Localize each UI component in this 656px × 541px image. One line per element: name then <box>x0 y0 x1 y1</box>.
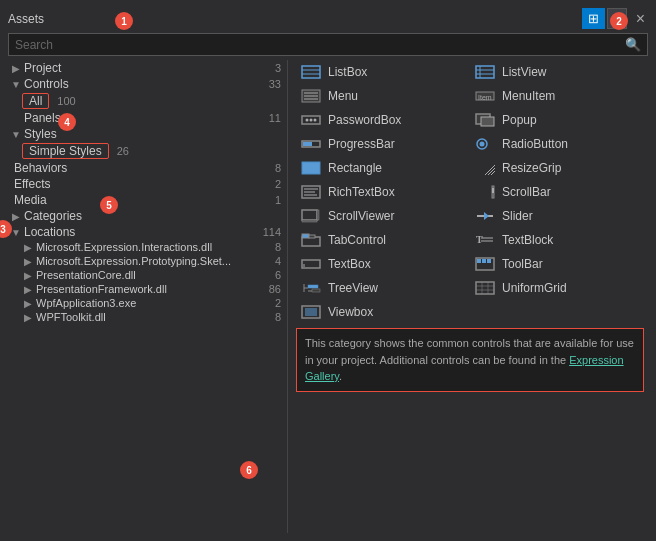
assets-header: Assets ⊞ ≡ × <box>8 8 648 29</box>
effects-item[interactable]: Effects 2 <box>8 176 283 192</box>
listbox-icon <box>300 64 322 80</box>
location-name: PresentationCore.dll <box>34 269 271 281</box>
asset-item[interactable]: ScrollBar <box>470 180 644 204</box>
all-item[interactable]: All 100 <box>8 92 283 110</box>
asset-item[interactable]: Item MenuItem <box>470 84 644 108</box>
locations-item[interactable]: ▼ Locations 114 <box>8 224 283 240</box>
location-item[interactable]: ▶ WpfApplication3.exe 2 <box>8 296 283 310</box>
controls-arrow: ▼ <box>10 79 22 90</box>
asset-item[interactable]: UniformGrid <box>470 276 644 300</box>
location-item[interactable]: ▶ PresentationFramework.dll 86 <box>8 282 283 296</box>
location-arrow: ▶ <box>22 312 34 323</box>
search-input[interactable] <box>15 38 625 52</box>
asset-item[interactable]: TreeView <box>296 276 470 300</box>
svg-rect-49 <box>487 259 491 263</box>
close-button[interactable]: × <box>633 10 648 28</box>
behaviors-item[interactable]: Behaviors 8 <box>8 160 283 176</box>
viewbox-icon <box>300 304 322 320</box>
categories-item[interactable]: ▶ Categories <box>8 208 283 224</box>
richtextbox-icon <box>300 184 322 200</box>
svg-rect-0 <box>302 66 320 78</box>
svg-rect-39 <box>302 234 309 238</box>
svg-rect-33 <box>302 210 317 220</box>
media-label: Media <box>10 193 271 207</box>
asset-name: TabControl <box>328 233 386 247</box>
passwordbox-icon <box>300 112 322 128</box>
simple-styles-label: Simple Styles <box>29 144 102 158</box>
callout-5: 5 <box>100 196 118 214</box>
controls-item[interactable]: ▼ Controls 33 <box>8 76 283 92</box>
simple-styles-item[interactable]: Simple Styles 26 <box>8 142 283 160</box>
location-item[interactable]: ▶ WPFToolkit.dll 8 <box>8 310 283 324</box>
svg-rect-40 <box>309 235 315 238</box>
controls-count: 33 <box>269 78 281 90</box>
location-item[interactable]: ▶ Microsoft.Expression.Prototyping.Sket.… <box>8 254 283 268</box>
location-count: 4 <box>275 255 281 267</box>
svg-rect-35 <box>302 220 317 222</box>
project-label: Project <box>22 61 271 75</box>
panels-count: 11 <box>269 112 281 124</box>
asset-item[interactable]: TextBox <box>296 252 470 276</box>
listview-icon <box>474 64 496 80</box>
asset-item[interactable]: ScrollViewer <box>296 204 470 228</box>
location-item[interactable]: ▶ PresentationCore.dll 6 <box>8 268 283 282</box>
asset-item[interactable]: RichTextBox <box>296 180 470 204</box>
svg-text:Item: Item <box>478 94 492 101</box>
toolbar-icon <box>474 256 496 272</box>
assets-title: Assets <box>8 12 44 26</box>
asset-name: Popup <box>502 113 537 127</box>
effects-count: 2 <box>275 178 281 190</box>
styles-item[interactable]: ▼ Styles <box>8 126 283 142</box>
popup-icon <box>474 112 496 128</box>
simple-styles-highlight[interactable]: Simple Styles <box>22 143 109 159</box>
location-name: Microsoft.Expression.Prototyping.Sket... <box>34 255 271 267</box>
grid-view-button[interactable]: ⊞ <box>582 8 605 29</box>
asset-item[interactable]: RadioButton <box>470 132 644 156</box>
asset-item[interactable]: Popup <box>470 108 644 132</box>
media-count: 1 <box>275 194 281 206</box>
location-name: WPFToolkit.dll <box>34 311 271 323</box>
location-count: 8 <box>275 241 281 253</box>
location-item[interactable]: ▶ Microsoft.Expression.Interactions.dll … <box>8 240 283 254</box>
asset-item[interactable]: ToolBar <box>470 252 644 276</box>
asset-item[interactable]: PasswordBox <box>296 108 470 132</box>
radiobutton-icon <box>474 136 496 152</box>
asset-item[interactable]: T TextBlock <box>470 228 644 252</box>
all-label: All <box>29 94 42 108</box>
svg-rect-61 <box>305 308 317 316</box>
asset-item[interactable]: Slider <box>470 204 644 228</box>
footer-text-end: . <box>339 370 342 382</box>
categories-label: Categories <box>22 209 281 223</box>
asset-item[interactable]: ListView <box>470 60 644 84</box>
textbox-icon <box>300 256 322 272</box>
asset-name: TreeView <box>328 281 378 295</box>
asset-item[interactable]: TabControl <box>296 228 470 252</box>
svg-rect-44 <box>302 260 320 268</box>
asset-name: ProgressBar <box>328 137 395 151</box>
all-highlight[interactable]: All <box>22 93 49 109</box>
asset-name: UniformGrid <box>502 281 567 295</box>
asset-item[interactable]: ListBox <box>296 60 470 84</box>
asset-item[interactable]: ResizeGrip <box>470 156 644 180</box>
location-arrow: ▶ <box>22 298 34 309</box>
svg-rect-23 <box>302 162 320 174</box>
asset-item[interactable]: Rectangle <box>296 156 470 180</box>
asset-name: ListBox <box>328 65 367 79</box>
asset-name: RichTextBox <box>328 185 395 199</box>
project-item[interactable]: ▶ Project 3 <box>8 60 283 76</box>
asset-name: Viewbox <box>328 305 373 319</box>
asset-name: ScrollBar <box>502 185 551 199</box>
all-count: 100 <box>57 95 75 107</box>
location-count: 2 <box>275 297 281 309</box>
asset-item[interactable]: Menu <box>296 84 470 108</box>
panels-item[interactable]: Panels 11 <box>8 110 283 126</box>
asset-item[interactable]: ProgressBar <box>296 132 470 156</box>
svg-point-15 <box>310 119 313 122</box>
assets-grid: ListBox ListView Menu Item MenuItem Pass… <box>296 60 644 324</box>
menuitem-icon: Item <box>474 88 496 104</box>
media-item[interactable]: Media 1 <box>8 192 283 208</box>
scrollviewer-icon <box>300 208 322 224</box>
asset-name: ListView <box>502 65 546 79</box>
location-name: PresentationFramework.dll <box>34 283 265 295</box>
asset-item[interactable]: Viewbox <box>296 300 470 324</box>
